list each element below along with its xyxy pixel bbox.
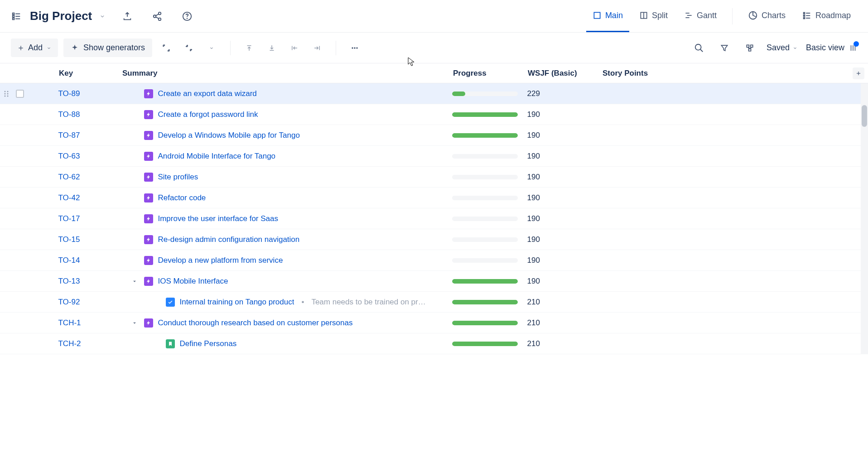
table-row[interactable]: TO-13 IOS Mobile Interface 190 xyxy=(0,271,868,292)
issue-key[interactable]: TCH-2 xyxy=(58,339,121,348)
toolbar-chevron-icon[interactable] xyxy=(203,39,220,57)
basic-view-button[interactable]: Basic view xyxy=(806,43,857,53)
tab-gantt[interactable]: Gantt xyxy=(678,0,723,32)
export-icon[interactable] xyxy=(119,8,135,24)
table-row[interactable]: TO-62 Site profiles 190 xyxy=(0,167,868,188)
move-bottom-icon[interactable] xyxy=(263,39,280,57)
progress-bar xyxy=(452,154,518,159)
table-row[interactable]: TO-14 Develop a new platform from servic… xyxy=(0,250,868,271)
collapse-all-icon[interactable] xyxy=(180,39,198,57)
issue-key[interactable]: TO-14 xyxy=(58,256,121,265)
row-checkbox-wrap[interactable] xyxy=(12,152,27,160)
saved-dropdown[interactable]: Saved xyxy=(767,43,798,53)
issue-key[interactable]: TO-87 xyxy=(58,131,121,140)
table-row[interactable]: TO-15 Re-design admin configuration navi… xyxy=(0,229,868,250)
tab-divider xyxy=(732,8,733,24)
table-row[interactable]: TO-88 Create a forgot password link 190 xyxy=(0,104,868,125)
issue-key[interactable]: TO-42 xyxy=(58,193,121,202)
row-checkbox-wrap[interactable] xyxy=(12,173,27,181)
issue-summary[interactable]: Site profiles xyxy=(158,173,198,182)
row-checkbox-wrap[interactable] xyxy=(12,236,27,244)
help-icon[interactable] xyxy=(179,8,195,24)
row-checkbox-wrap[interactable] xyxy=(12,277,27,285)
issue-summary-cell: Develop a new platform from service xyxy=(121,256,452,265)
row-checkbox-wrap[interactable] xyxy=(12,256,27,265)
issue-summary[interactable]: Create a forgot password link xyxy=(158,110,258,119)
issue-summary[interactable]: Create an export data wizard xyxy=(158,89,256,98)
table-row[interactable]: TO-42 Refactor code 190 xyxy=(0,188,868,208)
issue-summary[interactable]: Refactor code xyxy=(158,193,206,202)
project-icon[interactable] xyxy=(11,11,22,22)
view-label: Basic view xyxy=(806,43,844,53)
tab-charts[interactable]: Charts xyxy=(742,0,792,32)
tab-roadmap-label: Roadmap xyxy=(815,11,851,20)
table-row[interactable]: TO-89 Create an export data wizard 229 xyxy=(0,83,868,104)
column-key[interactable]: Key xyxy=(59,69,122,78)
group-icon[interactable] xyxy=(741,39,758,57)
column-story-points[interactable]: Story Points xyxy=(603,69,684,78)
search-icon[interactable] xyxy=(690,39,708,57)
progress-cell xyxy=(452,133,527,138)
table-row[interactable]: TO-17 Improve the user interface for Saa… xyxy=(0,208,868,229)
issue-summary[interactable]: Define Personas xyxy=(179,339,236,348)
scrollbar-thumb[interactable] xyxy=(862,105,867,127)
filter-icon[interactable] xyxy=(716,39,733,57)
row-checkbox-wrap[interactable] xyxy=(12,340,27,348)
table-row[interactable]: TO-87 Develop a Windows Mobile app for T… xyxy=(0,125,868,146)
tab-split[interactable]: Split xyxy=(633,0,674,32)
expand-toggle[interactable] xyxy=(130,278,140,284)
issue-key[interactable]: TO-92 xyxy=(58,298,121,307)
add-button[interactable]: Add xyxy=(11,39,58,57)
issue-summary[interactable]: Develop a new platform from service xyxy=(158,256,283,265)
issue-summary[interactable]: Android Mobile Interface for Tango xyxy=(158,152,275,161)
drag-handle-icon[interactable] xyxy=(4,90,12,97)
issue-summary[interactable]: IOS Mobile Interface xyxy=(158,277,228,286)
issue-summary[interactable]: Re-design admin configuration navigation xyxy=(158,235,299,244)
column-progress[interactable]: Progress xyxy=(453,69,528,78)
add-column-button[interactable] xyxy=(853,67,864,79)
wsjf-value: 190 xyxy=(527,193,602,202)
issue-summary[interactable]: Conduct thorough research based on custo… xyxy=(158,318,352,328)
indent-icon[interactable] xyxy=(309,39,326,57)
sparkle-icon xyxy=(71,44,79,52)
show-generators-button[interactable]: Show generators xyxy=(63,39,152,57)
issue-key[interactable]: TO-88 xyxy=(58,110,121,119)
issue-summary[interactable]: Improve the user interface for Saas xyxy=(158,214,278,223)
issue-key[interactable]: TO-62 xyxy=(58,173,121,182)
issue-key[interactable]: TO-15 xyxy=(58,235,121,244)
issue-key[interactable]: TO-89 xyxy=(58,89,121,98)
expand-all-icon[interactable] xyxy=(158,39,175,57)
tab-roadmap[interactable]: Roadmap xyxy=(796,0,857,32)
column-summary[interactable]: Summary xyxy=(122,69,453,78)
move-top-icon[interactable] xyxy=(241,39,258,57)
outdent-icon[interactable] xyxy=(286,39,303,57)
table-row[interactable]: TCH-2 Define Personas 210 xyxy=(0,333,868,354)
row-checkbox-wrap[interactable] xyxy=(12,319,27,327)
project-chevron-icon[interactable] xyxy=(99,13,106,19)
row-checkbox[interactable] xyxy=(16,90,24,98)
row-checkbox-wrap[interactable] xyxy=(12,90,27,98)
issue-summary[interactable]: Develop a Windows Mobile app for Tango xyxy=(158,131,299,140)
generators-label: Show generators xyxy=(83,43,145,53)
column-wsjf[interactable]: WSJF (Basic) xyxy=(528,69,603,78)
table-row[interactable]: TCH-1 Conduct thorough research based on… xyxy=(0,313,868,333)
issue-key[interactable]: TO-63 xyxy=(58,152,121,161)
table-row[interactable]: TO-63 Android Mobile Interface for Tango… xyxy=(0,146,868,167)
more-actions-icon[interactable] xyxy=(346,39,363,57)
row-checkbox-wrap[interactable] xyxy=(12,111,27,119)
share-icon[interactable] xyxy=(149,8,165,24)
wsjf-value: 190 xyxy=(527,173,602,182)
row-checkbox-wrap[interactable] xyxy=(12,194,27,202)
wsjf-value: 190 xyxy=(527,110,602,119)
project-title[interactable]: Big Project xyxy=(30,9,92,23)
expand-toggle[interactable] xyxy=(130,320,140,326)
row-checkbox-wrap[interactable] xyxy=(12,215,27,223)
issue-key[interactable]: TCH-1 xyxy=(58,318,121,328)
tab-main[interactable]: Main xyxy=(586,0,629,32)
row-checkbox-wrap[interactable] xyxy=(12,298,27,306)
row-checkbox-wrap[interactable] xyxy=(12,131,27,140)
issue-key[interactable]: TO-17 xyxy=(58,214,121,223)
issue-key[interactable]: TO-13 xyxy=(58,277,121,286)
issue-summary[interactable]: Internal training on Tango product xyxy=(179,298,294,307)
table-row[interactable]: TO-92 Internal training on Tango product… xyxy=(0,292,868,313)
